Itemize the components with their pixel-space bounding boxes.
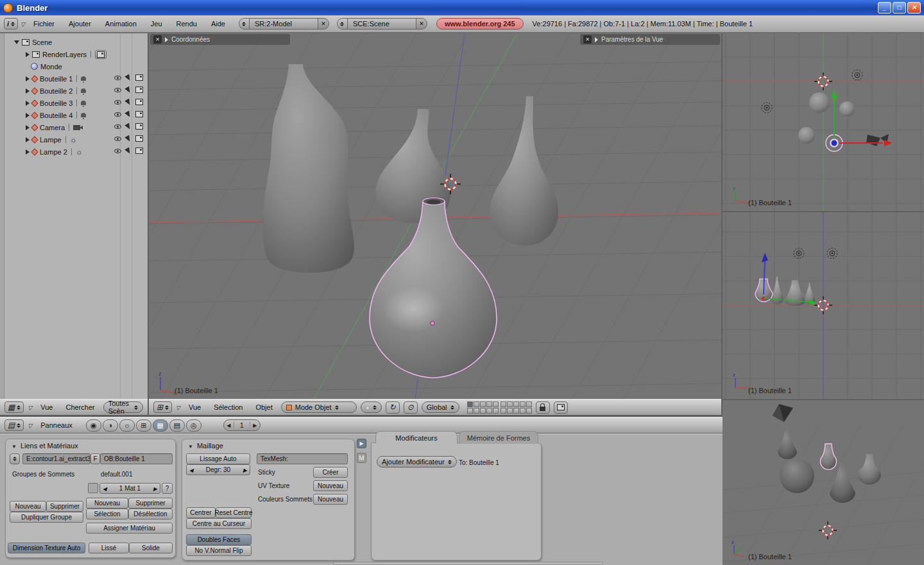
collapse-header-icon[interactable]	[28, 421, 32, 429]
screen-selector[interactable]: SR:2-Model	[249, 18, 318, 30]
material-nouveau-button[interactable]: Nouveau	[86, 498, 128, 509]
visibility-icon[interactable]	[114, 100, 121, 105]
collapse-header-icon[interactable]	[28, 403, 32, 411]
logic-context-button[interactable]: ◉	[86, 419, 101, 432]
expand-icon[interactable]	[26, 76, 30, 81]
panel-title[interactable]: Maillage	[197, 442, 223, 450]
frame-value[interactable]: 1	[234, 421, 250, 429]
material-question-button[interactable]: ?	[162, 483, 173, 494]
texmesh-field[interactable]: TexMesh:	[257, 453, 348, 464]
pivot-point-button[interactable]	[404, 401, 418, 414]
visibility-icon[interactable]	[114, 76, 121, 80]
maximize-button[interactable]	[893, 2, 906, 13]
minimize-button[interactable]	[878, 2, 891, 13]
panel-title[interactable]: Liens et Matériaux	[21, 442, 78, 450]
screen-browse-button[interactable]	[239, 18, 249, 30]
viewport-camera-view[interactable]: z (1) Bouteille 1	[723, 400, 924, 565]
outliner-label[interactable]: Camera	[40, 124, 65, 131]
close-icon[interactable]: ✕	[583, 35, 592, 44]
manipulator-center[interactable]	[832, 140, 837, 146]
mesh-name-field[interactable]: E:contour1.ai_extract3_	[22, 453, 90, 464]
centre-au-curseur-button[interactable]: Centre au Curseur	[186, 518, 252, 529]
object-name-field[interactable]: OB:Bouteille 1	[100, 453, 173, 464]
viewport-canvas[interactable]: y x	[723, 33, 924, 211]
increment-icon[interactable]	[243, 466, 247, 473]
bottle-teardrop[interactable]	[490, 96, 558, 246]
selectable-icon[interactable]	[124, 98, 132, 106]
outliner-label[interactable]: Bouteille 1	[40, 75, 73, 83]
editor-type-selector[interactable]	[4, 18, 18, 30]
3d-cursor[interactable]	[819, 521, 837, 539]
menu-ajouter[interactable]: Ajouter	[63, 19, 97, 29]
screen-delete-button[interactable]: ✕	[318, 18, 329, 30]
selected-bottle-persp[interactable]	[821, 444, 837, 469]
lamp-object[interactable]	[762, 103, 772, 113]
lamp-object[interactable]	[852, 70, 862, 80]
viewport-canvas[interactable]: z	[723, 400, 924, 565]
assigner-materiau-button[interactable]: Assigner Matériau	[86, 523, 173, 534]
uv-nouveau-button[interactable]: Nouveau	[313, 480, 348, 491]
rotation-center-button[interactable]	[386, 401, 400, 414]
outliner-label[interactable]: Lampe	[40, 136, 62, 144]
selectable-icon[interactable]	[124, 122, 132, 130]
viewport-front-view[interactable]: z x (1) Bouteille 1	[723, 212, 924, 399]
outliner-label[interactable]: Lampe 2	[40, 148, 67, 156]
renderable-icon[interactable]	[135, 135, 143, 142]
material-index-stepper[interactable]: 1 Mat 1	[99, 483, 160, 494]
couleurs-nouveau-button[interactable]: Nouveau	[313, 494, 348, 505]
outliner-label[interactable]: Bouteille 2	[40, 87, 73, 95]
renderable-icon[interactable]	[135, 123, 143, 130]
visibility-icon[interactable]	[114, 149, 121, 153]
selectable-icon[interactable]	[124, 74, 132, 81]
shading-context-button[interactable]: ☼	[119, 419, 135, 432]
fake-user-button[interactable]: F	[90, 453, 100, 464]
editor-type-selector[interactable]	[4, 401, 24, 413]
x-arrow[interactable]	[884, 140, 892, 146]
renderable-icon[interactable]	[135, 87, 143, 93]
lisse-button[interactable]: Lissé	[89, 543, 129, 553]
menu-animation[interactable]: Animation	[99, 19, 142, 29]
scene-browse-button[interactable]	[337, 18, 347, 30]
expand-icon[interactable]	[595, 37, 598, 42]
expand-icon[interactable]	[26, 137, 30, 142]
panel-collapse-icon[interactable]	[188, 442, 193, 450]
deselection-button[interactable]: Désélection	[128, 509, 173, 519]
selectable-icon[interactable]	[124, 147, 132, 155]
outliner-row-camera[interactable]: Camera	[6, 121, 146, 133]
coordinates-panel-collapsed[interactable]: ✕ Coordonnées	[150, 34, 290, 45]
viewport-canvas[interactable]: z x	[723, 212, 924, 399]
frame-increment[interactable]	[250, 423, 260, 428]
lissage-auto-button[interactable]: Lissage Auto	[186, 453, 250, 464]
blender-org-button[interactable]: www.blender.org 245	[436, 18, 524, 30]
renderlayer-toggle-button[interactable]	[95, 50, 107, 59]
menu-jeu[interactable]: Jeu	[145, 19, 168, 29]
expand-icon[interactable]	[26, 89, 30, 94]
outliner-row-bouteille-2[interactable]: Bouteille 2	[6, 85, 146, 97]
renderable-icon[interactable]	[135, 111, 143, 117]
panel-collapse-icon[interactable]	[12, 442, 17, 450]
selectable-icon[interactable]	[124, 110, 132, 118]
bottle-selected[interactable]	[370, 198, 497, 378]
lock-layers-button[interactable]	[536, 401, 550, 414]
dupliquer-groupe-button[interactable]: Dupliquer Groupe	[10, 512, 83, 523]
horizontal-scrollbar[interactable]	[333, 562, 603, 565]
no-vnormal-flip-button[interactable]: No V.Normal Flip	[186, 545, 252, 556]
script-context-button[interactable]: ◑	[103, 419, 118, 432]
view-properties-panel-collapsed[interactable]: ✕ Paramètres de la Vue	[580, 34, 720, 45]
y-arrow[interactable]	[831, 90, 837, 99]
tab-memoire-de-formes[interactable]: Mémoire de Formes	[459, 431, 538, 444]
scene-context-button[interactable]: ▤	[169, 419, 185, 432]
menu-aide[interactable]: Aide	[205, 19, 231, 29]
bottle-top-view[interactable]	[798, 127, 815, 144]
close-icon[interactable]: ✕	[153, 35, 162, 44]
lamp-object[interactable]	[827, 248, 837, 258]
object-context-button[interactable]: ⊞	[136, 419, 151, 432]
outliner-row-monde[interactable]: Monde	[6, 60, 146, 72]
layer-buttons-right[interactable]	[501, 401, 532, 414]
menu-selection[interactable]: Sélection	[209, 402, 247, 412]
editing-context-button[interactable]: ▦	[153, 419, 168, 432]
frame-stepper[interactable]: 1	[223, 419, 261, 431]
viewport-top-view[interactable]: y x (1) Bouteille 1	[723, 33, 924, 211]
viewport-canvas[interactable]	[149, 33, 721, 399]
expand-icon[interactable]	[26, 149, 30, 155]
